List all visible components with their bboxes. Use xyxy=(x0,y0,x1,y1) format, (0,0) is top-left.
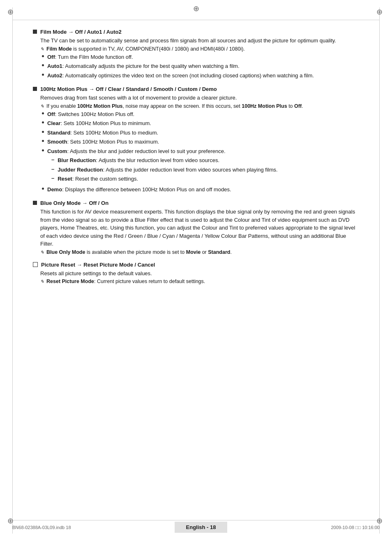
custom-subitems: – Blur Reduction: Adjusts the blur reduc… xyxy=(51,156,278,184)
film-mode-list: Off: Turn the Film Mode function off. Au… xyxy=(40,53,359,80)
note-icon-motion-plus: ✎ xyxy=(40,104,44,109)
motion-plus-custom: Custom: Adjusts the blur and judder redu… xyxy=(40,147,359,184)
note-text-picture-reset: Reset Picture Mode: Current picture valu… xyxy=(46,279,205,284)
dash-reset: – xyxy=(51,175,54,181)
section-film-mode-title: Film Mode → Off / Auto1 / Auto2 xyxy=(40,29,122,35)
blue-only-description: This function is for AV device measureme… xyxy=(40,208,359,248)
checkbox-bullet-picture-reset xyxy=(33,262,38,267)
top-center-mark: ⊕ xyxy=(193,4,199,13)
section-picture-reset-title: Picture Reset → Reset Picture Mode / Can… xyxy=(41,262,155,268)
note-text-film-mode: Film Mode is supported in TV, AV, COMPON… xyxy=(46,46,245,52)
bullet-dot xyxy=(42,149,44,151)
page: ⊕ ⊕ ⊕ ⊕ ⊕ Film Mode → Off / Auto1 / Auto… xyxy=(0,0,392,541)
bullet-dot xyxy=(42,64,44,66)
bullet-dot xyxy=(42,121,44,123)
section-blue-only-title: Blue Only Mode → Off / On xyxy=(40,200,108,206)
film-mode-auto1-text: Auto1: Automatically adjusts the picture… xyxy=(47,62,240,70)
bullet-dot xyxy=(42,188,44,190)
blue-only-note: ✎ Blue Only Mode is available when the p… xyxy=(40,249,359,255)
section-blue-only-body: This function is for AV device measureme… xyxy=(40,208,359,255)
note-icon-picture-reset: ✎ xyxy=(40,279,44,284)
note-text-blue-only: Blue Only Mode is available when the pic… xyxy=(46,249,232,255)
bullet-dot xyxy=(42,131,44,133)
section-motion-plus: 100Hz Motion Plus → Off / Clear / Standa… xyxy=(33,86,359,193)
dash-judder: – xyxy=(51,166,54,172)
bullet-square-blue-only xyxy=(33,201,37,205)
motion-plus-smooth: Smooth: Sets 100Hz Motion Plus to maximu… xyxy=(40,138,359,146)
left-border-line xyxy=(12,7,13,534)
motion-plus-standard: Standard: Sets 100Hz Motion Plus to medi… xyxy=(40,129,359,137)
corner-mark-top-right: ⊕ xyxy=(376,7,385,16)
bullet-dot xyxy=(42,140,44,142)
note-icon-film-mode: ✎ xyxy=(40,46,44,52)
bullet-dot xyxy=(42,112,44,114)
custom-reset-text: Reset: Reset the custom settings. xyxy=(58,175,138,183)
section-blue-only-header: Blue Only Mode → Off / On xyxy=(33,200,359,206)
picture-reset-note: ✎ Reset Picture Mode: Current picture va… xyxy=(40,279,359,284)
motion-plus-note: ✎ If you enable 100Hz Motion Plus, noise… xyxy=(40,103,359,109)
film-mode-note: ✎ Film Mode is supported in TV, AV, COMP… xyxy=(40,46,359,52)
main-content: Film Mode → Off / Auto1 / Auto2 The TV c… xyxy=(33,29,359,284)
custom-blur-text: Blur Reduction: Adjusts the blur reducti… xyxy=(58,156,219,165)
corner-mark-top-left: ⊕ xyxy=(7,7,16,16)
bullet-square-film-mode xyxy=(33,30,37,34)
section-film-mode-header: Film Mode → Off / Auto1 / Auto2 xyxy=(33,29,359,35)
section-blue-only: Blue Only Mode → Off / On This function … xyxy=(33,200,359,255)
motion-plus-custom-text: Custom: Adjusts the blur and judder redu… xyxy=(47,147,278,156)
custom-reset: – Reset: Reset the custom settings. xyxy=(51,175,278,183)
section-picture-reset: Picture Reset → Reset Picture Mode / Can… xyxy=(33,262,359,285)
bullet-dot xyxy=(42,55,44,57)
footer: BN68-02388A-03L09.indb 18 English - 18 2… xyxy=(0,522,392,533)
picture-reset-description: Resets all picture settings to the defau… xyxy=(40,269,359,278)
film-mode-off-text: Off: Turn the Film Mode function off. xyxy=(47,53,133,61)
motion-plus-clear: Clear: Sets 100Hz Motion Plus to minimum… xyxy=(40,119,359,128)
motion-plus-description: Removes drag from fast scenes with a lot… xyxy=(40,94,359,102)
bullet-dot xyxy=(42,74,44,76)
section-motion-plus-header: 100Hz Motion Plus → Off / Clear / Standa… xyxy=(33,86,359,92)
bullet-square-motion-plus xyxy=(33,87,37,91)
note-text-motion-plus: If you enable 100Hz Motion Plus, noise m… xyxy=(46,103,303,109)
footer-right-text: 2009-10-08 □□ 10:16:00 xyxy=(331,525,380,530)
film-mode-auto2-text: Auto2: Automatically optimizes the video… xyxy=(47,72,314,80)
film-mode-off: Off: Turn the Film Mode function off. xyxy=(40,53,359,61)
motion-plus-demo: Demo: Displays the difference between 10… xyxy=(40,186,359,194)
footer-page-number: English - 18 xyxy=(175,522,228,533)
top-border-line xyxy=(12,20,380,20)
section-film-mode: Film Mode → Off / Auto1 / Auto2 The TV c… xyxy=(33,29,359,79)
film-mode-auto2: Auto2: Automatically optimizes the video… xyxy=(40,72,359,80)
film-mode-auto1: Auto1: Automatically adjusts the picture… xyxy=(40,62,359,70)
custom-blur: – Blur Reduction: Adjusts the blur reduc… xyxy=(51,156,278,165)
custom-judder-text: Judder Reduction: Adjusts the judder red… xyxy=(58,166,277,174)
note-icon-blue-only: ✎ xyxy=(40,250,44,255)
motion-plus-standard-text: Standard: Sets 100Hz Motion Plus to medi… xyxy=(47,129,158,137)
bottom-border-line xyxy=(12,520,380,520)
motion-plus-list: Off: Switches 100Hz Motion Plus off. Cle… xyxy=(40,110,359,194)
right-border-line xyxy=(379,7,380,534)
custom-judder: – Judder Reduction: Adjusts the judder r… xyxy=(51,166,278,174)
footer-left-text: BN68-02388A-03L09.indb 18 xyxy=(12,525,71,530)
dash-blur: – xyxy=(51,156,54,163)
motion-plus-demo-text: Demo: Displays the difference between 10… xyxy=(47,186,231,194)
section-picture-reset-body: Resets all picture settings to the defau… xyxy=(40,269,359,285)
film-mode-description: The TV can be set to automatically sense… xyxy=(40,37,359,45)
section-picture-reset-header: Picture Reset → Reset Picture Mode / Can… xyxy=(33,262,359,268)
motion-plus-off-text: Off: Switches 100Hz Motion Plus off. xyxy=(47,110,134,118)
section-film-mode-body: The TV can be set to automatically sense… xyxy=(40,37,359,79)
section-motion-plus-body: Removes drag from fast scenes with a lot… xyxy=(40,94,359,193)
motion-plus-off: Off: Switches 100Hz Motion Plus off. xyxy=(40,110,359,118)
motion-plus-smooth-text: Smooth: Sets 100Hz Motion Plus to maximu… xyxy=(47,138,159,146)
section-motion-plus-title: 100Hz Motion Plus → Off / Clear / Standa… xyxy=(40,86,217,92)
motion-plus-clear-text: Clear: Sets 100Hz Motion Plus to minimum… xyxy=(47,119,151,128)
